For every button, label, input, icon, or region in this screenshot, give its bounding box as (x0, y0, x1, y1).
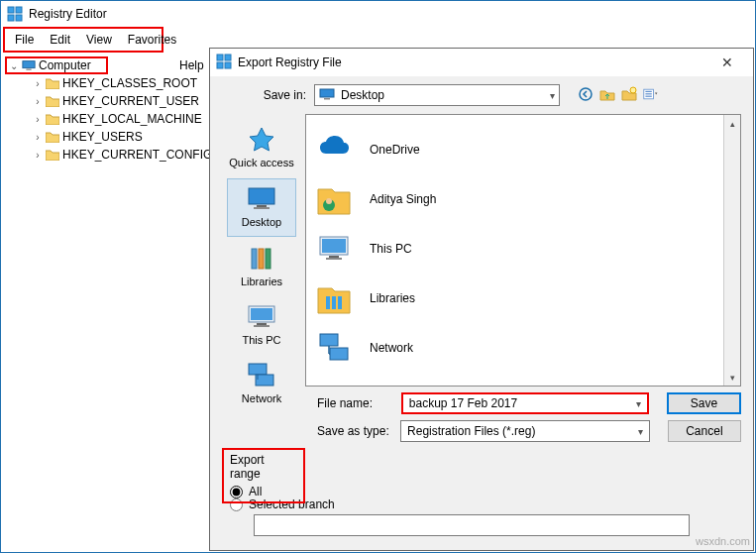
dialog-titlebar: Export Registry File ✕ (210, 49, 753, 76)
chevron-right-icon[interactable]: › (33, 114, 43, 125)
tree-item-label: HKEY_LOCAL_MACHINE (62, 112, 202, 126)
back-icon[interactable] (578, 86, 594, 105)
selected-branch-input[interactable] (254, 514, 690, 536)
svg-rect-17 (645, 95, 651, 96)
menu-edit[interactable]: Edit (42, 31, 78, 49)
menu-view[interactable]: View (78, 31, 120, 49)
computer-icon (22, 59, 36, 71)
menu-favorites[interactable]: Favorites (120, 31, 184, 49)
radio-all[interactable]: All (230, 485, 297, 498)
chevron-right-icon[interactable]: › (33, 96, 43, 107)
view-menu-icon[interactable] (643, 86, 659, 105)
sidebar-desktop[interactable]: Desktop (227, 178, 296, 237)
tree-item-label: HKEY_CURRENT_CONFIG (62, 148, 212, 162)
desktop-icon (319, 88, 335, 103)
chevron-down-icon: ▾ (636, 398, 641, 409)
file-name-value: backup 17 Feb 2017 (409, 396, 517, 410)
svg-rect-10 (320, 89, 334, 97)
svg-rect-0 (8, 7, 14, 13)
menu-file[interactable]: File (7, 31, 42, 49)
svg-rect-20 (254, 207, 270, 209)
save-as-type-value: Registration Files (*.reg) (407, 424, 535, 438)
save-in-combo[interactable]: Desktop ▾ (314, 84, 560, 106)
up-one-level-icon[interactable] (599, 86, 615, 105)
places-sidebar: Quick access Desktop Libraries This PC N… (222, 114, 301, 387)
sidebar-this-pc[interactable]: This PC (227, 297, 296, 354)
file-name-label: File name: (317, 396, 393, 410)
svg-rect-1 (16, 7, 22, 13)
svg-rect-23 (266, 249, 270, 269)
sidebar-libraries[interactable]: Libraries (227, 239, 296, 295)
chevron-down-icon: ▾ (638, 426, 643, 437)
svg-point-13 (630, 87, 636, 93)
caret-down-icon[interactable]: ⌄ (9, 60, 19, 71)
save-in-value: Desktop (341, 88, 384, 102)
list-item-onedrive[interactable]: OneDrive (316, 125, 713, 174)
list-item-libraries[interactable]: Libraries (316, 274, 713, 323)
folder-icon (46, 131, 59, 143)
list-item-label: Network (370, 341, 413, 355)
svg-rect-34 (322, 239, 346, 253)
svg-rect-22 (259, 249, 264, 269)
svg-rect-5 (26, 69, 31, 70)
svg-rect-27 (254, 325, 270, 327)
list-item-this-pc[interactable]: This PC (316, 224, 713, 274)
tree-root-computer[interactable]: ⌄ Computer (5, 56, 108, 74)
file-list[interactable]: OneDrive Aditya Singh This PC Libraries (305, 114, 741, 387)
save-as-type-combo[interactable]: Registration Files (*.reg) ▾ (400, 420, 650, 442)
list-item-label: OneDrive (370, 143, 420, 157)
folder-icon (46, 95, 59, 107)
save-button[interactable]: Save (667, 392, 741, 414)
svg-rect-37 (326, 296, 330, 309)
window-title: Registry Editor (29, 7, 107, 21)
folder-icon (46, 113, 59, 125)
menu-help[interactable]: Help (171, 56, 212, 74)
svg-rect-9 (225, 62, 231, 68)
svg-rect-36 (326, 258, 342, 260)
export-range-label: Export range (230, 453, 297, 481)
list-item-network[interactable]: Network (316, 323, 713, 373)
sidebar-quick-access[interactable]: Quick access (227, 120, 296, 176)
svg-point-12 (580, 88, 592, 100)
svg-rect-15 (645, 90, 651, 91)
radio-all-input[interactable] (230, 486, 243, 498)
chevron-right-icon[interactable]: › (33, 78, 43, 89)
regedit-icon (216, 54, 232, 72)
titlebar: Registry Editor (1, 1, 755, 27)
svg-rect-11 (324, 98, 330, 100)
scroll-down-icon[interactable]: ▾ (724, 369, 740, 386)
svg-rect-28 (249, 364, 267, 375)
list-item-label: Libraries (370, 291, 415, 305)
file-name-combo[interactable]: backup 17 Feb 2017 ▾ (401, 392, 649, 414)
svg-rect-39 (338, 296, 342, 309)
watermark: wsxdn.com (696, 535, 750, 547)
export-registry-file-dialog: Export Registry File ✕ Save in: Desktop … (209, 48, 754, 551)
list-item-partial[interactable] (316, 373, 713, 386)
scrollbar[interactable]: ▴ ▾ (723, 115, 740, 386)
cancel-button[interactable]: Cancel (668, 420, 741, 442)
radio-selected-branch[interactable]: Selected branch (230, 498, 733, 511)
scroll-up-icon[interactable]: ▴ (724, 115, 740, 132)
chevron-right-icon[interactable]: › (33, 150, 43, 161)
tree-item-label: Computer (39, 58, 91, 72)
svg-rect-41 (330, 348, 348, 360)
chevron-right-icon[interactable]: › (33, 132, 43, 143)
tree-item-label: HKEY_USERS (62, 130, 143, 144)
new-folder-icon[interactable] (621, 86, 637, 105)
svg-rect-38 (332, 296, 336, 309)
folder-icon (46, 149, 59, 161)
svg-rect-35 (329, 256, 339, 258)
save-as-type-label: Save as type: (317, 424, 392, 438)
svg-rect-7 (225, 55, 231, 60)
regedit-icon (7, 6, 23, 22)
sidebar-item-label: Libraries (241, 276, 282, 287)
svg-rect-6 (217, 55, 223, 60)
export-range-group: Export range All Selected branch (222, 448, 741, 542)
tree-item-label: HKEY_CLASSES_ROOT (62, 76, 197, 90)
svg-rect-4 (23, 61, 35, 68)
svg-rect-26 (257, 323, 267, 325)
save-in-label: Save in: (222, 88, 306, 102)
close-button[interactable]: ✕ (707, 50, 747, 75)
dialog-title: Export Registry File (238, 55, 707, 69)
list-item-user[interactable]: Aditya Singh (316, 174, 713, 224)
